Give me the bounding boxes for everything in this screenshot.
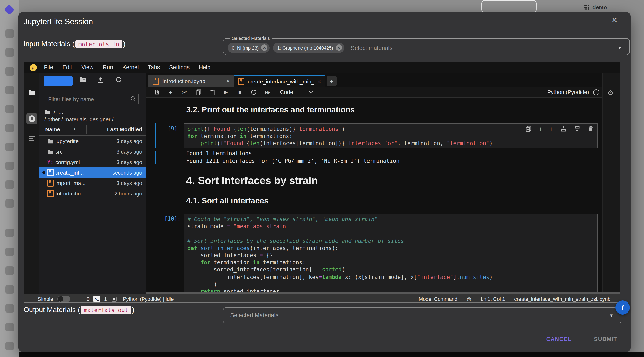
menu-kernel[interactable]: Kernel — [118, 62, 144, 73]
chevron-down-icon[interactable]: ▼ — [618, 45, 622, 50]
menu-help[interactable]: Help — [194, 62, 215, 73]
menu-file[interactable]: File — [40, 62, 58, 73]
upload-icon[interactable] — [98, 77, 104, 83]
menu-edit[interactable]: Edit — [58, 62, 77, 73]
file-browser: + / … — [40, 73, 146, 294]
filter-files-input[interactable] — [48, 95, 126, 104]
cut-cells-icon[interactable]: ✂ — [181, 89, 188, 95]
terminals-count[interactable]: 0 — [86, 296, 89, 302]
insert-cell-below-icon[interactable] — [574, 125, 580, 132]
info-button[interactable]: i — [616, 300, 630, 315]
kernels-count[interactable]: 1 — [104, 296, 107, 302]
materials-in-code-chip: materials_in — [76, 40, 122, 48]
chevron-down-icon[interactable] — [309, 91, 313, 93]
kernel-status-text[interactable]: Python (Pyodide) | Idle — [123, 296, 174, 302]
background-sidebar-icon — [6, 229, 14, 237]
output-materials-suffix: ) — [132, 306, 134, 314]
copy-cells-icon[interactable] — [195, 89, 202, 95]
code-cell-9[interactable]: print(f'Found {len(terminations)} termin… — [184, 123, 598, 148]
breadcrumb-path[interactable]: / other / materials_designer / — [44, 116, 114, 123]
menu-run[interactable]: Run — [98, 62, 118, 73]
file-modified: 3 days ago — [116, 149, 142, 155]
background-sidebar-icon — [6, 180, 14, 189]
sort-ascending-icon[interactable]: ▲ — [73, 127, 76, 131]
output-materials-select[interactable]: Selected Materials ▼ — [223, 307, 621, 323]
chevron-down-icon[interactable]: ▼ — [609, 313, 614, 318]
file-browser-tab[interactable] — [28, 88, 36, 97]
file-name: config.yml — [55, 159, 116, 165]
file-row-src[interactable]: src 3 days ago — [40, 146, 146, 157]
move-cell-up-icon[interactable]: ↑ — [539, 125, 542, 132]
file-row-create-interface-selected[interactable]: create_int... seconds ago — [40, 167, 146, 178]
kernel-name-button[interactable]: Python (Pyodide) — [547, 89, 589, 95]
header-divider — [18, 31, 630, 32]
cancel-button[interactable]: CANCEL — [544, 333, 574, 346]
breadcrumb-ellipsis[interactable]: … — [58, 109, 64, 115]
file-name: src — [55, 149, 116, 155]
column-name[interactable]: Name — [45, 126, 60, 133]
remove-chip-icon[interactable]: ✕ — [261, 45, 268, 51]
material-chip[interactable]: 1: Graphene (mp-1040425) ✕ — [273, 43, 344, 53]
restart-run-all-icon[interactable]: ▶▶ — [264, 90, 271, 94]
insert-cell-icon[interactable]: + — [167, 89, 174, 96]
insert-cell-above-icon[interactable] — [560, 125, 566, 132]
delete-cell-icon[interactable] — [588, 125, 593, 132]
new-folder-icon[interactable] — [80, 77, 86, 83]
move-cell-down-icon[interactable]: ↓ — [550, 125, 552, 132]
shield-x-icon[interactable]: ⊗ — [467, 295, 472, 302]
statusbar-filename[interactable]: create_interface_with_min_strain_zsl.ipy… — [514, 296, 610, 302]
save-icon[interactable] — [154, 89, 160, 95]
restart-kernel-icon[interactable] — [250, 89, 257, 95]
add-tab-button[interactable]: + — [326, 76, 337, 86]
cell10-code[interactable]: # Could be "strain", "von_mises_strain",… — [184, 214, 598, 294]
background-app-logo — [4, 5, 15, 15]
horizontal-scrollbar[interactable] — [146, 291, 620, 294]
remove-chip-icon[interactable]: ✕ — [336, 45, 342, 51]
cell-type-select[interactable]: Code — [280, 89, 293, 95]
code-cell-10[interactable]: # Could be "strain", "von_mises_strain",… — [184, 214, 598, 294]
table-of-contents-tab[interactable] — [28, 134, 36, 143]
background-sidebar-icon — [6, 105, 14, 113]
simple-mode-toggle[interactable] — [57, 296, 70, 302]
file-row-jupyterlite[interactable]: jupyterlite 3 days ago — [40, 136, 146, 146]
filter-files-box — [44, 94, 139, 104]
column-last-modified[interactable]: Last Modified — [107, 126, 142, 133]
tab-introduction-ipynb[interactable]: Introduction.ipynb × — [148, 75, 234, 87]
refresh-icon[interactable] — [116, 77, 122, 83]
home-folder-icon[interactable] — [44, 109, 51, 114]
background-sidebar-icon — [6, 323, 14, 331]
paste-cells-icon[interactable] — [209, 89, 216, 95]
jupyterlite-session-dialog: JupyterLite Session × Input Materials ( … — [18, 12, 630, 352]
file-row-config-yml[interactable]: Y: config.yml 3 days ago — [40, 157, 146, 167]
file-row-import-materials[interactable]: import_ma... 3 days ago — [40, 178, 146, 188]
menu-tabs[interactable]: Tabs — [144, 62, 164, 73]
file-row-introduction[interactable]: Introductio... 2 hours ago — [40, 188, 146, 199]
close-tab-icon[interactable]: × — [318, 78, 321, 85]
right-activity-bar: ⚙ — [602, 73, 620, 294]
background-sidebar-icon — [6, 285, 14, 294]
close-icon[interactable]: × — [612, 16, 617, 25]
cursor-position[interactable]: Ln 1, Col 1 — [481, 296, 505, 302]
run-cell-icon[interactable]: ▶ — [223, 89, 229, 95]
jupyter-menubar: jl File Edit View Run Kernel Tabs Settin… — [24, 62, 620, 73]
breadcrumb-root[interactable]: / — [54, 109, 55, 115]
close-tab-icon[interactable]: × — [226, 78, 230, 84]
file-modified: 3 days ago — [116, 138, 142, 144]
menu-settings[interactable]: Settings — [164, 62, 194, 73]
kernel-chip-icon — [111, 296, 117, 302]
tab-create-interface-active[interactable]: create_interface_with_min_ × — [234, 75, 325, 87]
stop-kernel-icon[interactable]: ■ — [236, 89, 243, 95]
input-materials-label: Input Materials ( materials_in ) — [24, 40, 125, 48]
duplicate-cell-icon[interactable] — [526, 125, 531, 132]
notebook-content[interactable]: 3.2. Print out the interfaces and termin… — [146, 98, 603, 294]
search-icon — [130, 96, 136, 102]
material-chip[interactable]: 0: Ni (mp-23) ✕ — [228, 43, 270, 53]
running-sessions-tab[interactable] — [26, 113, 37, 124]
selected-materials-field[interactable]: Selected Materials 0: Ni (mp-23) ✕ 1: Gr… — [223, 36, 630, 55]
new-launcher-button[interactable]: + — [44, 76, 72, 86]
file-modified: seconds ago — [112, 170, 142, 176]
submit-button[interactable]: SUBMIT — [592, 333, 620, 346]
mode-indicator[interactable]: Mode: Command — [419, 296, 457, 302]
gear-icon[interactable]: ⚙ — [608, 89, 614, 97]
menu-view[interactable]: View — [77, 62, 98, 73]
